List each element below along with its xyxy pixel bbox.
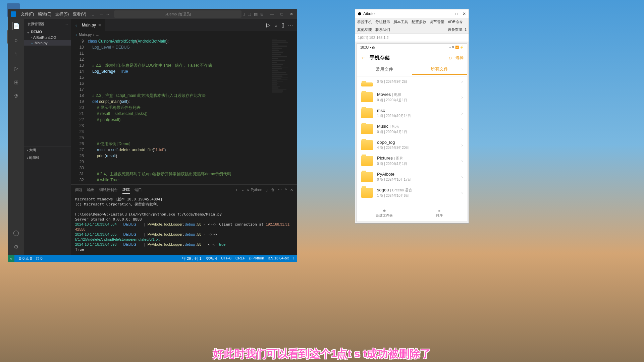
- list-item[interactable]: PyAibote 0 项 | 2024年10月17日 ›: [357, 169, 467, 185]
- search-icon[interactable]: ⌕: [12, 36, 20, 44]
- panel-tab-terminal[interactable]: 终端: [122, 186, 130, 194]
- menu-view[interactable]: 查看(V): [71, 11, 88, 17]
- trash-icon[interactable]: 🗑: [271, 188, 275, 192]
- tree-file[interactable]: ⬨ Main.py: [24, 40, 71, 46]
- terminal-profile[interactable]: ▸ Python: [248, 188, 262, 192]
- nav-back[interactable]: ←: [100, 12, 104, 16]
- aibote-titlebar: ⬢ Aibote — □ ✕: [355, 9, 469, 18]
- maximize-button[interactable]: □: [455, 11, 458, 16]
- tab-common-files[interactable]: 常用文件: [357, 66, 412, 74]
- sort-button[interactable]: ≡ 排序: [412, 205, 467, 222]
- sidebar-title: 资源管理器: [28, 22, 44, 26]
- code-content[interactable]: class CustomAndroidScript(AndroidBotMain…: [88, 38, 270, 184]
- menu-more[interactable]: …: [88, 12, 96, 16]
- layout-icon[interactable]: ⊞: [260, 12, 264, 16]
- scm-icon[interactable]: ⑂: [12, 50, 20, 58]
- breadcrumb[interactable]: ⬨ Main.py › …: [71, 31, 297, 38]
- list-item[interactable]: Music | 音乐 0 项 | 2020年1月1日 ›: [357, 121, 467, 137]
- panel-tab-debug[interactable]: 调试控制台: [99, 186, 118, 194]
- folder-icon: [361, 188, 373, 198]
- maximize-panel-icon[interactable]: ^: [285, 188, 287, 192]
- dropdown-icon[interactable]: ⌄: [241, 188, 244, 192]
- status-problems[interactable]: ⊗ 0 ⚠ 0: [18, 256, 32, 261]
- close-button[interactable]: ✕: [288, 12, 294, 16]
- account-icon[interactable]: ◯: [12, 229, 20, 237]
- list-item[interactable]: oppo_log 4 项 | 2024年9月20日 ›: [357, 137, 467, 153]
- layout-icon[interactable]: ▤: [254, 12, 258, 16]
- list-item[interactable]: msc 1 项 | 2024年10月14日 ›: [357, 105, 467, 121]
- close-button[interactable]: ✕: [463, 11, 466, 16]
- maximize-button[interactable]: □: [279, 12, 284, 16]
- terminal-output[interactable]: Microsoft Windows [版本 10.0.19045.4894] (…: [71, 195, 297, 255]
- code-editor[interactable]: 9101112131415161718192021222324252627282…: [71, 38, 297, 184]
- run-button[interactable]: ▷: [266, 22, 270, 28]
- file-list[interactable]: 0 项 | 2024年9月2日 › Movies | 电影 0 项 | 2020…: [357, 76, 467, 205]
- status-indent[interactable]: 空格: 4: [206, 256, 217, 261]
- menu-select[interactable]: 选择(S): [53, 11, 71, 17]
- panel-tab-ports[interactable]: 端口: [135, 186, 142, 194]
- menu-volume[interactable]: 调节音量: [430, 19, 444, 24]
- minimize-button[interactable]: —: [269, 12, 275, 16]
- phone-time: 18:33: [360, 46, 369, 49]
- list-item[interactable]: Movies | 电影 0 项 | 2020年1月1日 ›: [357, 89, 467, 105]
- testing-icon[interactable]: ⚗: [12, 92, 20, 100]
- tree-folder[interactable]: › AiBotRunLOG: [24, 35, 71, 40]
- command-center[interactable]: ⌕ Demo [管理员]: [114, 10, 241, 18]
- search-icon[interactable]: ⌕: [449, 55, 452, 61]
- menu-config[interactable]: 配置参数: [412, 19, 426, 24]
- tab-main-py[interactable]: ⬨ Main.py ✕: [71, 19, 106, 31]
- settings-icon[interactable]: ⚙: [12, 243, 20, 251]
- menu-file[interactable]: 文件(F): [19, 11, 36, 17]
- status-bell-icon[interactable]: ♪: [293, 256, 295, 261]
- split-editor-icon[interactable]: ▯: [281, 22, 284, 28]
- status-cursor[interactable]: 行 29，列 1: [182, 256, 201, 261]
- menu-other[interactable]: 其他功能: [357, 27, 372, 32]
- status-encoding[interactable]: UTF-8: [221, 256, 231, 261]
- folder-root[interactable]: ⌄ DEMO: [24, 29, 71, 35]
- status-python-ver[interactable]: 3.9.13 64-bit: [268, 256, 288, 261]
- minimize-button[interactable]: —: [447, 11, 451, 16]
- more-icon[interactable]: ⋯: [278, 188, 282, 192]
- debug-icon[interactable]: ▷: [12, 64, 20, 72]
- status-language[interactable]: {} Python: [249, 256, 264, 261]
- menu-group-display[interactable]: 分组显示: [375, 19, 390, 24]
- menu-script-tools[interactable]: 脚本工具: [393, 19, 408, 24]
- new-folder-button[interactable]: ⊕ 新建文件夹: [357, 205, 412, 222]
- panel-tab-output[interactable]: 输出: [87, 186, 95, 194]
- panel-tab-problems[interactable]: 问题: [75, 186, 83, 194]
- status-eol[interactable]: CRLF: [235, 256, 245, 261]
- menu-group-control[interactable]: 群控手机: [357, 19, 372, 24]
- editor-area: ⬨ Main.py ✕ ▷ ⌄ ▯ ⋯ ⬨ Main.py › … 910111…: [71, 19, 297, 255]
- phone-signal-icons: ⟐ ✕ 📶 ⚡: [449, 46, 464, 49]
- status-ports[interactable]: ⬡ 0: [36, 256, 42, 261]
- tab-all-files[interactable]: 所有文件: [412, 66, 467, 75]
- close-panel-icon[interactable]: ✕: [290, 188, 293, 192]
- sidebar-more-icon[interactable]: ⋯: [64, 22, 68, 26]
- phone-mirror[interactable]: 18:33 ▪ ◐ ⟐ ✕ 📶 ⚡ ← 手机存储 ⌕ 选择 常用文件 所有文件 …: [357, 43, 467, 222]
- list-item[interactable]: sogou | Breeno 语音 1 项 | 2024年10月6日 ›: [357, 185, 467, 201]
- timeline-section[interactable]: › 时间线: [24, 154, 71, 162]
- nav-fwd[interactable]: →: [106, 12, 110, 16]
- more-icon[interactable]: ⋯: [288, 22, 293, 28]
- extensions-icon[interactable]: ⊞: [12, 78, 20, 86]
- run-dropdown-icon[interactable]: ⌄: [274, 22, 278, 28]
- remote-indicator[interactable]: ⟐: [8, 255, 14, 262]
- layout-icon[interactable]: ▯: [243, 12, 245, 16]
- vscode-app-icon: [11, 11, 16, 17]
- new-terminal-icon[interactable]: +: [235, 188, 237, 192]
- outline-section[interactable]: › 大纲: [24, 146, 71, 154]
- list-item[interactable]: 0 项 | 2024年9月2日 ›: [357, 76, 467, 89]
- menu-adb[interactable]: ADB命令: [448, 19, 463, 24]
- explorer-icon[interactable]: 📄: [12, 22, 20, 30]
- layout-icon[interactable]: ▢: [248, 12, 251, 16]
- menu-contact[interactable]: 联系我们: [375, 27, 390, 32]
- select-button[interactable]: 选择: [455, 55, 464, 61]
- tab-close-icon[interactable]: ✕: [98, 23, 101, 27]
- file-name: PyAibote: [377, 172, 457, 177]
- minimap[interactable]: [270, 38, 297, 184]
- phone-title: 手机存储: [370, 55, 445, 61]
- menu-edit[interactable]: 编辑(E): [36, 11, 53, 17]
- split-terminal-icon[interactable]: ▯: [266, 188, 268, 192]
- back-button[interactable]: ←: [360, 54, 366, 61]
- list-item[interactable]: Pictures | 图片 0 项 | 2020年1月1日 ›: [357, 153, 467, 169]
